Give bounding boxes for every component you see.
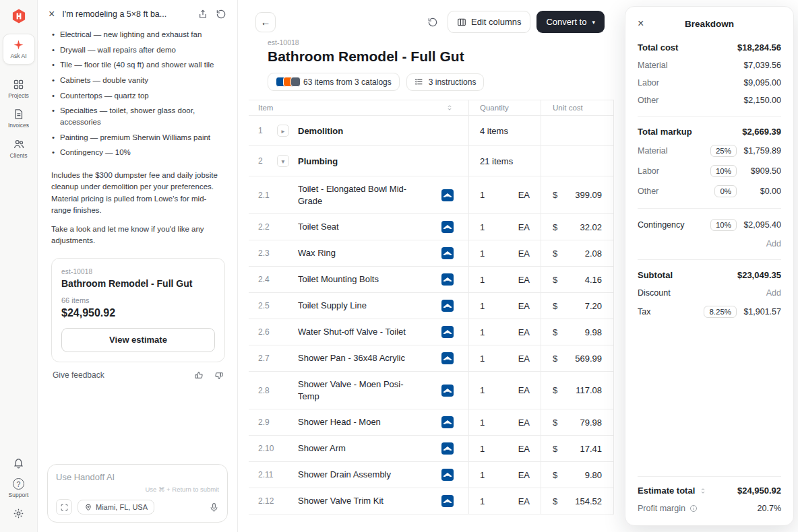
quantity-value[interactable]: 1 bbox=[480, 190, 485, 200]
markup-percent-input[interactable]: 25% bbox=[710, 145, 737, 157]
currency-symbol: $ bbox=[553, 385, 557, 395]
group-name[interactable]: Plumbing bbox=[298, 156, 338, 166]
group-quantity[interactable]: 21 items bbox=[480, 156, 513, 166]
close-chat-icon[interactable]: × bbox=[49, 9, 55, 20]
estimate-card[interactable]: est-10018 Bathroom Remodel - Full Gut 66… bbox=[51, 258, 225, 362]
unit-label[interactable]: EA bbox=[518, 222, 530, 232]
item-name[interactable]: Shower Valve - Moen Posi-Temp bbox=[298, 378, 421, 402]
unit-label[interactable]: EA bbox=[518, 418, 530, 428]
share-icon[interactable] bbox=[197, 9, 208, 20]
undo-icon[interactable] bbox=[427, 17, 438, 28]
item-name[interactable]: Wax Ring bbox=[298, 247, 421, 259]
item-name[interactable]: Toilet Mounting Bolts bbox=[298, 273, 421, 286]
item-name[interactable]: Shower Valve Trim Kit bbox=[298, 495, 421, 507]
expand-toggle[interactable]: ▸ bbox=[277, 125, 289, 137]
chevron-icon: ▾ bbox=[282, 158, 285, 165]
unit-cost-value[interactable]: 154.52 bbox=[575, 496, 602, 506]
unit-label[interactable]: EA bbox=[518, 248, 530, 259]
item-name[interactable]: Toilet - Elongated Bowl Mid-Grade bbox=[298, 183, 421, 207]
sidebar-item-clients[interactable]: Clients bbox=[3, 133, 35, 164]
notifications-button[interactable] bbox=[3, 453, 35, 473]
add-contingency-button[interactable]: Add bbox=[766, 239, 781, 248]
item-name[interactable]: Toilet Seat bbox=[298, 221, 421, 233]
total-cost-row: Total cost $18,284.56 bbox=[638, 42, 781, 53]
instructions-chip[interactable]: 3 instructions bbox=[406, 73, 485, 91]
unit-cost-value[interactable]: 32.02 bbox=[580, 222, 602, 232]
unit-label[interactable]: EA bbox=[518, 275, 530, 285]
unit-cost-value[interactable]: 7.20 bbox=[585, 301, 602, 311]
quantity-value[interactable]: 1 bbox=[480, 385, 485, 395]
close-icon[interactable]: × bbox=[638, 18, 651, 29]
unit-label[interactable]: EA bbox=[518, 470, 530, 480]
quantity-value[interactable]: 1 bbox=[480, 222, 485, 232]
markup-percent-input[interactable]: 10% bbox=[710, 165, 737, 177]
location-chip[interactable]: Miami, FL, USA bbox=[78, 500, 154, 514]
quantity-value[interactable]: 1 bbox=[480, 354, 485, 364]
settings-button[interactable] bbox=[3, 503, 35, 524]
unit-cost-value[interactable]: 569.99 bbox=[575, 354, 602, 364]
group-name[interactable]: Demolition bbox=[298, 126, 343, 136]
history-icon[interactable] bbox=[216, 9, 226, 20]
back-icon[interactable]: ← bbox=[255, 12, 276, 32]
chat-input[interactable]: Use Handoff AI Use ⌘ + Return to submit … bbox=[47, 464, 228, 523]
item-name[interactable]: Shower Drain Assembly bbox=[298, 469, 421, 481]
unit-label[interactable]: EA bbox=[518, 327, 530, 337]
quantity-value[interactable]: 1 bbox=[480, 301, 485, 311]
unit-cost-value[interactable]: 399.09 bbox=[575, 190, 602, 200]
unit-cost-value[interactable]: 117.08 bbox=[576, 385, 602, 395]
screenshot-icon[interactable] bbox=[56, 499, 72, 515]
quantity-value[interactable]: 1 bbox=[480, 248, 485, 259]
currency-symbol: $ bbox=[553, 354, 557, 364]
edit-columns-button[interactable]: Edit columns bbox=[448, 11, 530, 33]
unit-cost-value[interactable]: 4.16 bbox=[585, 275, 602, 285]
unit-label[interactable]: EA bbox=[518, 301, 530, 311]
unit-cost-value[interactable]: 9.80 bbox=[585, 470, 602, 480]
markup-percent-input[interactable]: 0% bbox=[714, 185, 737, 197]
unfold-columns-icon[interactable] bbox=[446, 104, 454, 112]
sidebar-item-projects[interactable]: Projects bbox=[3, 74, 35, 104]
microphone-icon[interactable] bbox=[209, 502, 219, 512]
quantity-value[interactable]: 1 bbox=[480, 496, 485, 506]
item-name[interactable]: Water Shut-off Valve - Toilet bbox=[298, 326, 421, 338]
quantity-value[interactable]: 1 bbox=[480, 444, 485, 454]
contingency-percent-input[interactable]: 10% bbox=[710, 219, 737, 231]
sidebar-item-ask-ai[interactable]: Ask AI bbox=[3, 34, 35, 65]
page-title: Bathroom Remodel - Full Gut bbox=[268, 48, 614, 65]
quantity-value[interactable]: 1 bbox=[480, 418, 485, 428]
add-discount-button[interactable]: Add bbox=[766, 288, 781, 298]
thumbs-up-icon[interactable] bbox=[194, 370, 204, 380]
row-number: 2.3 bbox=[258, 248, 277, 258]
unit-label[interactable]: EA bbox=[518, 496, 530, 506]
unfold-icon[interactable] bbox=[699, 487, 707, 495]
unit-cost-value[interactable]: 2.08 bbox=[585, 248, 602, 259]
group-quantity[interactable]: 4 items bbox=[480, 126, 508, 136]
quantity-value[interactable]: 1 bbox=[480, 275, 485, 285]
sidebar-item-support[interactable]: ? Support bbox=[3, 473, 35, 503]
unit-label[interactable]: EA bbox=[518, 354, 530, 364]
item-name[interactable]: Shower Arm bbox=[298, 442, 421, 455]
row-number: 2.9 bbox=[258, 418, 277, 427]
expand-toggle[interactable]: ▾ bbox=[277, 155, 289, 167]
unit-label[interactable]: EA bbox=[518, 444, 530, 454]
quantity-value[interactable]: 1 bbox=[480, 470, 485, 480]
thumbs-down-icon[interactable] bbox=[214, 370, 224, 380]
unit-cost-value[interactable]: 9.98 bbox=[585, 327, 602, 337]
unit-label[interactable]: EA bbox=[518, 385, 530, 395]
chat-thread-title[interactable]: I'm remodeling a 5×8 ft ba... bbox=[62, 9, 190, 19]
currency-symbol: $ bbox=[553, 327, 557, 337]
catalogs-chip[interactable]: 63 items from 3 catalogs bbox=[268, 73, 400, 91]
sidebar-item-invoices[interactable]: Invoices bbox=[3, 104, 35, 133]
item-name[interactable]: Shower Pan - 36x48 Acrylic bbox=[298, 352, 421, 364]
item-name[interactable]: Toilet Supply Line bbox=[298, 300, 421, 312]
scope-item: Cabinets — double vanity bbox=[51, 75, 225, 86]
tax-percent-input[interactable]: 8.25% bbox=[704, 306, 737, 318]
quantity-value[interactable]: 1 bbox=[480, 327, 485, 337]
unit-cost-value[interactable]: 17.41 bbox=[580, 444, 602, 454]
lowes-logo-icon bbox=[441, 495, 454, 507]
item-name[interactable]: Shower Head - Moen bbox=[298, 416, 421, 428]
unit-cost-value[interactable]: 79.98 bbox=[580, 418, 602, 428]
view-estimate-button[interactable]: View estimate bbox=[61, 328, 215, 352]
unit-label[interactable]: EA bbox=[518, 190, 530, 200]
feedback-row: Give feedback bbox=[51, 369, 225, 383]
convert-to-button[interactable]: Convert to ▾ bbox=[536, 11, 605, 33]
